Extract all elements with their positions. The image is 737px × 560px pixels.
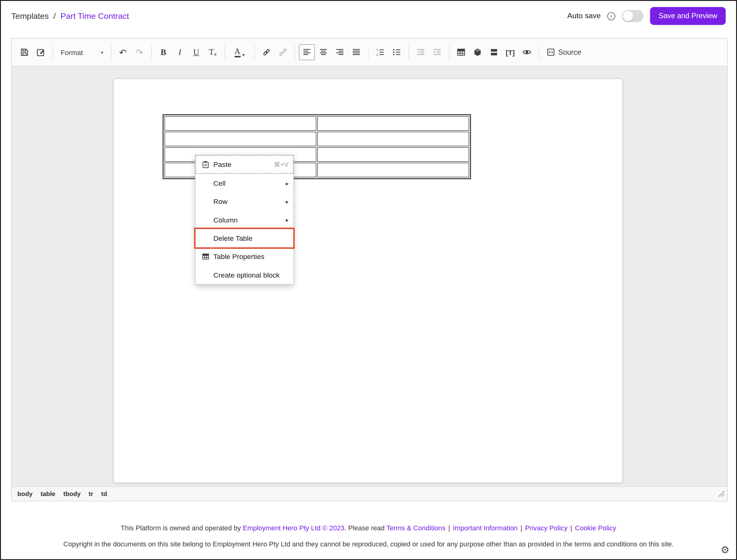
path-item-body[interactable]: body (17, 490, 32, 497)
table-cell[interactable] (165, 132, 317, 146)
breadcrumb-templates[interactable]: Templates (11, 11, 49, 21)
menu-item-delete-table[interactable]: Delete Table (196, 229, 294, 247)
menu-item-label: Paste (214, 160, 231, 168)
menu-item-row[interactable]: Row ▸ (196, 192, 294, 210)
terms-link[interactable]: Terms & Conditions (386, 524, 445, 532)
important-info-link[interactable]: Important Information (453, 524, 518, 532)
table-row (165, 116, 469, 131)
save-icon[interactable] (16, 44, 32, 60)
table-cell[interactable] (317, 147, 469, 162)
footer-copyright: Copyright in the documents on this site … (1, 540, 736, 548)
header-actions: Auto save i Save and Preview (567, 7, 726, 25)
link-button[interactable] (258, 44, 274, 60)
toolbar-separator (254, 45, 255, 59)
source-label: Source (558, 48, 581, 56)
redo-button[interactable]: ↷ (131, 44, 147, 60)
template-tag-button[interactable]: [T] (502, 44, 518, 60)
app-window: Templates / Part Time Contract Auto save… (0, 0, 737, 560)
paste-icon (198, 160, 213, 168)
remove-format-icon: T x (209, 48, 217, 57)
menu-item-column[interactable]: Column ▸ (196, 211, 294, 229)
cookie-link[interactable]: Cookie Policy (575, 524, 616, 532)
breadcrumb: Templates / Part Time Contract (11, 11, 129, 21)
breadcrumb-separator: / (53, 11, 56, 21)
menu-item-label: Column (214, 216, 238, 224)
menu-item-paste[interactable]: Paste ⌘+V (196, 155, 294, 173)
format-dropdown[interactable]: Format ▾ (57, 48, 107, 56)
ordered-list-button[interactable]: 1. 2. (372, 44, 388, 60)
redo-icon: ↷ (136, 48, 143, 57)
gear-icon[interactable]: ⚙ (721, 545, 730, 554)
source-button[interactable]: Source (543, 44, 585, 60)
menu-item-shortcut: ⌘+V (274, 161, 289, 168)
table-cell[interactable] (317, 116, 469, 131)
format-dropdown-label: Format (61, 48, 83, 56)
menu-item-table-properties[interactable]: Table Properties (196, 247, 294, 265)
align-left-button[interactable] (299, 44, 315, 60)
indent-button[interactable] (429, 44, 445, 60)
table-cell[interactable] (165, 116, 317, 131)
rich-text-editor: Format ▾ ↶ ↷ B I U T (11, 38, 728, 501)
toolbar-separator (151, 45, 152, 59)
save-and-preview-button[interactable]: Save and Preview (650, 7, 726, 25)
autosave-label: Auto save (567, 12, 601, 20)
menu-item-create-optional-block[interactable]: Create optional block (196, 266, 294, 284)
breadcrumb-current-page: Part Time Contract (61, 11, 129, 21)
italic-icon: I (179, 48, 181, 56)
privacy-link[interactable]: Privacy Policy (525, 524, 567, 532)
submenu-arrow-icon: ▸ (286, 180, 289, 186)
menu-item-cell[interactable]: Cell ▸ (196, 174, 294, 192)
info-icon[interactable]: i (607, 12, 615, 20)
footer-text: . Please read (345, 524, 386, 532)
unlink-button[interactable] (275, 44, 291, 60)
menu-item-label: Delete Table (214, 234, 252, 242)
bullet-list-button[interactable] (388, 44, 404, 60)
preview-button[interactable] (519, 44, 535, 60)
justify-button[interactable] (348, 44, 364, 60)
align-right-button[interactable] (332, 44, 348, 60)
toolbar-separator (449, 45, 449, 59)
table-icon (198, 252, 213, 261)
widget-cube-icon[interactable] (469, 44, 485, 60)
company-link[interactable]: Employment Hero Pty Ltd © 2023 (243, 524, 345, 532)
text-color-icon: A ▾ (235, 47, 245, 57)
footer-pipe: | (520, 524, 522, 532)
italic-button[interactable]: I (172, 44, 188, 60)
table-cell[interactable] (317, 132, 469, 146)
menu-item-label: Cell (214, 179, 226, 187)
toolbar-separator (538, 45, 539, 59)
path-item-tr[interactable]: tr (89, 490, 93, 497)
toggle-knob (623, 11, 633, 21)
submenu-arrow-icon: ▸ (286, 198, 289, 205)
text-color-button[interactable]: A ▾ (229, 44, 250, 60)
autosave-toggle[interactable] (622, 10, 643, 22)
align-center-button[interactable] (315, 44, 331, 60)
toolbar-separator (408, 45, 409, 59)
remove-format-button[interactable]: T x (205, 44, 221, 60)
svg-text:1.: 1. (376, 48, 379, 51)
edit-template-icon[interactable] (33, 44, 49, 60)
header: Templates / Part Time Contract Auto save… (1, 1, 736, 31)
chevron-down-icon: ▾ (101, 50, 103, 55)
toolbar-separator (368, 45, 368, 59)
editor-content-area: Paste ⌘+V Cell ▸ Row ▸ (12, 66, 727, 486)
menu-item-label: Row (214, 197, 228, 206)
path-item-table[interactable]: table (40, 490, 55, 497)
resize-handle[interactable] (718, 490, 725, 499)
editor-toolbar: Format ▾ ↶ ↷ B I U T (12, 39, 727, 66)
path-item-tbody[interactable]: tbody (63, 490, 81, 497)
underline-button[interactable]: U (189, 44, 205, 60)
insert-table-button[interactable] (453, 44, 469, 60)
element-path-bar: body table tbody tr td (12, 486, 727, 501)
svg-text:2.: 2. (376, 53, 379, 56)
bold-button[interactable]: B (155, 44, 172, 60)
path-item-td[interactable]: td (101, 490, 107, 497)
toolbar-separator (295, 45, 295, 59)
table-row (165, 132, 469, 146)
document-page[interactable]: Paste ⌘+V Cell ▸ Row ▸ (113, 78, 623, 483)
undo-button[interactable]: ↶ (115, 44, 131, 60)
table-cell[interactable] (317, 163, 469, 177)
page-break-icon[interactable] (486, 44, 502, 60)
outdent-button[interactable] (412, 44, 428, 60)
footer-text: This Platform is owned and operated by (121, 524, 243, 532)
